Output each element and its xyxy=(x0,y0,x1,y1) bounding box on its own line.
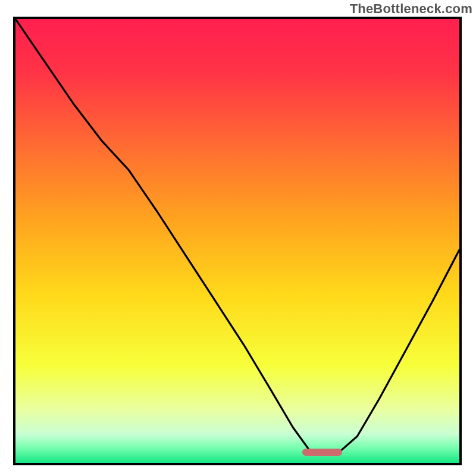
watermark-text: TheBottleneck.com xyxy=(350,1,472,17)
plot-frame xyxy=(13,17,462,465)
optimum-marker xyxy=(302,449,342,456)
chart-container: { "watermark": "TheBottleneck.com", "col… xyxy=(0,0,476,476)
bottleneck-curve xyxy=(15,19,459,463)
